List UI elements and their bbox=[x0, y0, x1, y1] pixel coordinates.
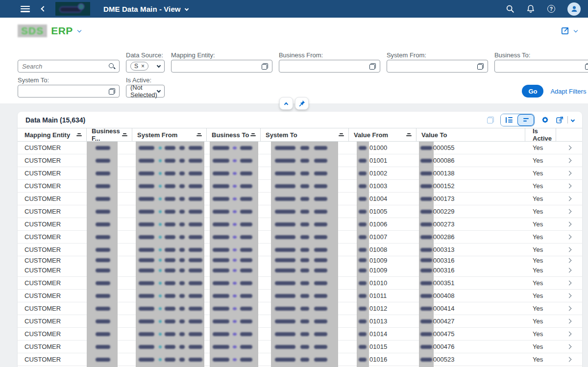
search-icon[interactable] bbox=[108, 63, 115, 70]
adapt-filters-link[interactable]: Adapt Filters (1) bbox=[550, 88, 588, 95]
table-row[interactable]: CUSTOMER01002000138Yes bbox=[18, 167, 582, 180]
row-navigation-chevron-icon[interactable] bbox=[567, 247, 572, 252]
business-from-field[interactable] bbox=[279, 60, 380, 73]
column-header-mapping-entity[interactable]: Mapping Entity bbox=[18, 128, 87, 141]
redacted-blob bbox=[420, 258, 432, 262]
pin-filter-bar-button[interactable] bbox=[295, 97, 309, 110]
row-navigation-chevron-icon[interactable] bbox=[567, 258, 572, 263]
help-icon[interactable]: ? bbox=[547, 4, 556, 13]
row-navigation-chevron-icon[interactable] bbox=[567, 209, 572, 214]
row-navigation-chevron-icon[interactable] bbox=[567, 158, 572, 163]
mapping-entity-field[interactable] bbox=[171, 60, 272, 73]
value-help-icon[interactable] bbox=[477, 63, 484, 70]
redacted-cell bbox=[261, 328, 349, 340]
row-navigation-chevron-icon[interactable] bbox=[567, 222, 572, 227]
table-settings-gear-icon[interactable] bbox=[541, 116, 549, 124]
mapping-entity-input[interactable] bbox=[175, 63, 262, 70]
business-to-input[interactable] bbox=[499, 63, 585, 70]
table-row[interactable]: CUSTOMER01009000316Yes bbox=[18, 264, 582, 277]
redacted-blob bbox=[275, 210, 295, 214]
table-row[interactable]: CUSTOMER01007000286Yes bbox=[18, 231, 582, 244]
table-row[interactable]: CUSTOMER01001000086Yes bbox=[18, 154, 582, 167]
expand-rows-segment-button[interactable] bbox=[501, 114, 517, 126]
is-active-select[interactable]: (Not Selected) bbox=[126, 85, 165, 98]
redacted-blob bbox=[179, 332, 185, 336]
export-icon[interactable] bbox=[556, 116, 564, 124]
column-header-navigation[interactable] bbox=[556, 128, 582, 141]
search-icon[interactable] bbox=[506, 4, 514, 13]
table-row[interactable]: CUSTOMER01000000055Yes bbox=[18, 142, 582, 154]
value-from-cell: 01013 bbox=[349, 315, 416, 327]
table-row[interactable]: CUSTOMER01016000523Yes bbox=[18, 353, 582, 366]
column-header-value-to[interactable]: Value To bbox=[416, 128, 525, 141]
system-from-input[interactable] bbox=[391, 63, 477, 70]
row-navigation-chevron-icon[interactable] bbox=[567, 268, 572, 273]
column-header-system-to[interactable]: System To bbox=[261, 128, 349, 141]
row-navigation-chevron-icon[interactable] bbox=[567, 319, 572, 324]
app-title-menu[interactable]: DME Data Main - View bbox=[103, 5, 188, 13]
value-help-icon[interactable] bbox=[262, 63, 268, 70]
system-from-field[interactable] bbox=[387, 60, 488, 73]
table-row[interactable]: CUSTOMER01005000229Yes bbox=[18, 205, 582, 218]
search-input[interactable] bbox=[22, 63, 108, 70]
row-navigation-chevron-icon[interactable] bbox=[567, 306, 572, 311]
table-row[interactable]: CUSTOMER01012000414Yes bbox=[18, 302, 582, 315]
column-header-business-f[interactable]: Business F... bbox=[87, 128, 132, 141]
table-row[interactable]: CUSTOMER01011000408Yes bbox=[18, 290, 582, 302]
business-from-input[interactable] bbox=[283, 63, 369, 70]
table-row[interactable]: CUSTOMER01010000351Yes bbox=[18, 277, 582, 290]
value-from-cell: 01003 bbox=[349, 180, 416, 192]
copy-icon[interactable] bbox=[487, 117, 494, 123]
row-navigation-chevron-icon[interactable] bbox=[567, 196, 572, 201]
row-navigation-chevron-icon[interactable] bbox=[567, 332, 572, 337]
user-avatar[interactable] bbox=[567, 2, 581, 16]
data-source-select[interactable]: S × bbox=[126, 60, 165, 73]
app-variant-selector[interactable]: SDS ERP bbox=[18, 24, 81, 37]
row-navigation-chevron-icon[interactable] bbox=[567, 146, 572, 150]
value-to-cell: 000316 bbox=[416, 256, 525, 264]
system-to-input[interactable] bbox=[22, 88, 109, 95]
export-menu-chevron-icon[interactable] bbox=[571, 118, 575, 122]
redacted-blob bbox=[139, 210, 154, 214]
column-header-business-to[interactable]: Business To bbox=[207, 128, 261, 141]
share-icon[interactable] bbox=[561, 26, 569, 35]
table-row[interactable]: CUSTOMER01006000273Yes bbox=[18, 218, 582, 231]
table-row[interactable]: CUSTOMER01003000152Yes bbox=[18, 180, 582, 193]
row-navigation-chevron-icon[interactable] bbox=[567, 235, 572, 240]
share-menu-chevron-icon[interactable] bbox=[574, 28, 578, 32]
table-row[interactable]: CUSTOMER01004000173Yes bbox=[18, 193, 582, 205]
value-help-icon[interactable] bbox=[585, 63, 588, 70]
notifications-bell-icon[interactable] bbox=[526, 4, 535, 13]
table-row[interactable]: CUSTOMER01014000475Yes bbox=[18, 328, 582, 341]
redacted-cell bbox=[87, 353, 132, 366]
row-navigation-chevron-icon[interactable] bbox=[567, 281, 572, 286]
business-to-field[interactable] bbox=[494, 60, 588, 73]
table-row[interactable]: CUSTOMER01013000427Yes bbox=[18, 315, 582, 328]
table-row[interactable]: CUSTOMER01015000476Yes bbox=[18, 341, 582, 353]
column-header-value-from[interactable]: Value From bbox=[349, 128, 416, 141]
column-header-is-active[interactable]: Is Active bbox=[525, 128, 556, 141]
collapse-rows-segment-button[interactable] bbox=[517, 114, 534, 126]
back-button[interactable] bbox=[42, 7, 46, 11]
row-navigation-chevron-icon[interactable] bbox=[567, 344, 572, 349]
value-help-icon[interactable] bbox=[109, 88, 115, 95]
menu-icon[interactable] bbox=[21, 6, 30, 12]
value-help-icon[interactable] bbox=[369, 63, 376, 70]
token-remove-icon[interactable]: × bbox=[141, 63, 145, 69]
system-to-field[interactable] bbox=[18, 85, 120, 98]
row-navigation-chevron-icon[interactable] bbox=[567, 357, 572, 362]
row-navigation-chevron-icon[interactable] bbox=[567, 294, 572, 298]
redacted-cell bbox=[87, 231, 132, 243]
column-header-system-from[interactable]: System From bbox=[132, 128, 207, 141]
row-navigation-chevron-icon[interactable] bbox=[567, 171, 572, 176]
redacted-blob bbox=[420, 319, 432, 323]
redacted-blob bbox=[96, 332, 110, 336]
collapse-filter-bar-button[interactable] bbox=[279, 97, 293, 110]
go-button[interactable]: Go bbox=[522, 85, 543, 98]
row-navigation-chevron-icon[interactable] bbox=[567, 184, 572, 189]
table-row[interactable]: CUSTOMER01008000313Yes bbox=[18, 244, 582, 256]
system-to-label: System To: bbox=[18, 76, 120, 85]
table-row[interactable]: CUSTOMER01009000316Yes bbox=[18, 256, 582, 264]
redacted-blob bbox=[96, 171, 110, 175]
sort-filter-indicator-icon bbox=[122, 133, 127, 136]
